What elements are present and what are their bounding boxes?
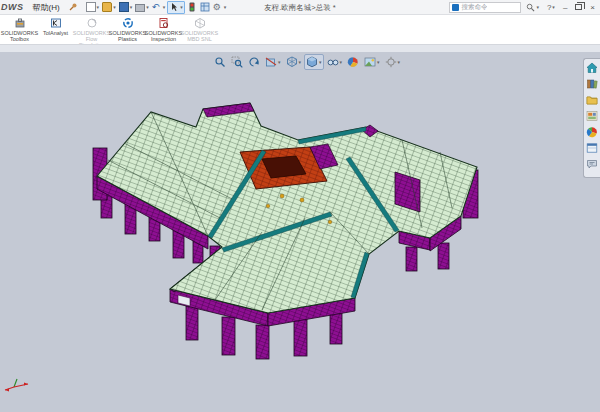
title-bar: DWS 帮助(H) ▾ ▾ ▾ ▾ ↶ [0,0,600,15]
section-view-button[interactable]: ▾ [263,54,283,70]
zoom-to-fit-button[interactable] [212,54,228,70]
minimize-button[interactable]: – [560,1,570,13]
view-settings-button[interactable]: ▾ [383,54,403,70]
plastics-icon [122,17,134,29]
zoom-to-area-button[interactable] [229,54,245,70]
zoom-to-fit-icon [214,56,226,68]
home-icon [586,62,598,74]
search-input[interactable]: 搜索命令 [461,3,487,12]
design-library-icon [586,78,598,90]
restore-button[interactable] [572,1,585,13]
select-cursor-icon [169,2,179,12]
task-pane-forum-button[interactable] [586,158,599,170]
task-pane-design-library-button[interactable] [586,78,599,90]
commandbar-lower-strip [0,44,600,52]
zoom-to-area-icon [231,56,243,68]
edit-appearance-icon [347,56,359,68]
undo-button[interactable]: ↶ ▾ [151,1,167,14]
display-style-icon [306,56,318,68]
flow-simulation-icon [86,17,98,29]
edit-appearance-button[interactable] [345,54,361,70]
search-magnifier-button[interactable]: ▾ [523,1,542,13]
open-button[interactable]: ▾ [101,1,117,14]
task-pane-home-button[interactable] [586,62,599,74]
task-pane-tab-strip [583,58,600,178]
tab-tolanalyst[interactable]: TolAnalyst [38,16,73,36]
hide-show-items-icon [327,56,339,68]
view-orientation-icon [286,56,298,68]
heads-up-view-toolbar: ▾ ▾ ▾ [212,54,402,70]
print-button[interactable]: ▾ [134,1,150,14]
undo-icon: ↶ [152,2,162,12]
previous-view-button[interactable] [246,54,262,70]
pin-menu-icon[interactable] [68,2,78,12]
view-settings-icon [385,56,397,68]
new-document-button[interactable]: ▾ [85,1,101,14]
toolbox-icon [14,17,26,29]
new-document-icon [86,2,96,12]
mbd-icon [194,17,206,29]
open-folder-icon [102,2,112,12]
magnifier-icon [526,3,535,12]
section-view-icon [265,56,277,68]
command-search-box[interactable]: 搜索命令 [449,2,521,13]
task-pane-custom-properties-button[interactable] [586,142,599,154]
task-pane-appearances-button[interactable] [586,126,599,138]
origin-triad [5,379,28,392]
forum-icon [586,158,598,170]
appearances-scenes-icon [586,126,598,138]
previous-view-icon [248,56,260,68]
close-button[interactable]: × [587,1,598,13]
task-pane-view-palette-button[interactable] [586,110,599,122]
display-style-button[interactable]: ▾ [304,54,324,70]
save-icon [119,2,129,12]
view-palette-icon [586,110,598,122]
tab-plastics[interactable]: SOLIDWORKS Plastics [110,16,145,42]
solidworks-logo: DWS [0,2,28,12]
tab-solidworks-toolbox[interactable]: SOLIDWORKS Toolbox [2,16,37,42]
tab-inspection[interactable]: SOLIDWORKS Inspection [146,16,181,42]
formwork-assembly-model[interactable] [0,52,600,412]
apply-scene-button[interactable]: ▾ [362,54,382,70]
restore-icon [575,4,582,10]
inspection-icon [158,17,170,29]
custom-properties-icon [586,142,598,154]
view-orientation-button[interactable]: ▾ [284,54,304,70]
solidworks-window: DWS 帮助(H) ▾ ▾ ▾ ▾ ↶ [0,0,600,412]
solidworks-search-icon [452,4,459,11]
titlebar-right-controls: 搜索命令 ▾ ? ▾ – × [449,1,598,13]
tab-mbd-snl[interactable]: SOLIDWORKS MBD SNL [182,16,217,42]
document-title: 友程.欧南名城>总装 * [180,3,420,13]
task-pane-file-explorer-button[interactable] [586,94,599,106]
graphics-viewport[interactable]: ▾ ▾ ▾ [0,52,600,412]
save-button[interactable]: ▾ [118,1,134,14]
file-explorer-icon [586,94,598,106]
help-button[interactable]: ? ▾ [544,1,558,13]
menu-help[interactable]: 帮助(H) [28,2,65,13]
apply-scene-icon [364,56,376,68]
addins-command-bar: SOLIDWORKS Toolbox TolAnalyst SOLIDWORKS… [0,15,600,44]
print-icon [135,4,145,12]
hide-show-items-button[interactable]: ▾ [325,54,345,70]
tolanalyst-icon [50,17,62,29]
